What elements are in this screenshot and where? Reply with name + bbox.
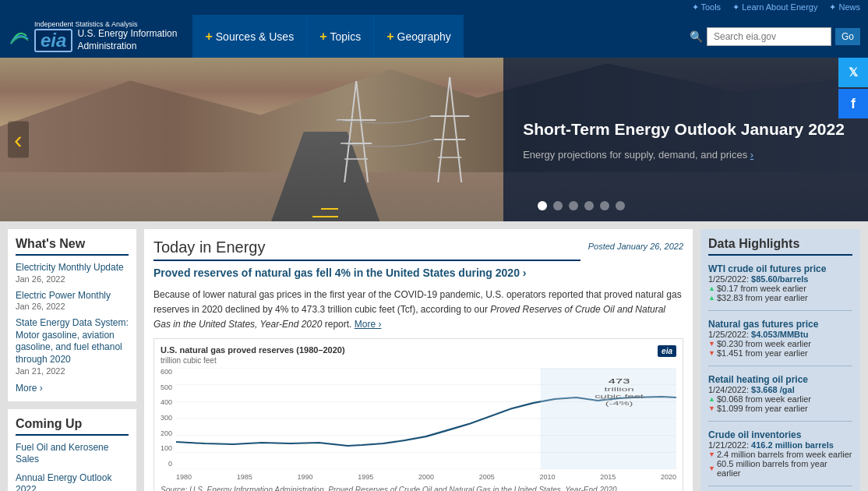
- chart-y-label-0: 0: [168, 460, 172, 468]
- chart-y-label-500: 500: [161, 383, 172, 391]
- dh-natgas-label[interactable]: Natural gas futures price: [708, 319, 852, 330]
- whats-new-more[interactable]: More ›: [16, 383, 43, 394]
- chart-x-1980: 1980: [176, 473, 192, 481]
- whats-new-item-3: State Energy Data System: Motor gasoline…: [16, 317, 129, 375]
- dh-wti-label[interactable]: WTI crude oil futures price: [708, 263, 852, 274]
- logo: Independent Statistics & Analysis eia U.…: [8, 20, 177, 53]
- whats-new-date-1: Jan 26, 2022: [16, 274, 129, 284]
- svg-text:473: 473: [609, 377, 630, 385]
- svg-line-0: [344, 81, 356, 182]
- data-highlights-title: Data Highlights: [708, 237, 852, 256]
- search-button[interactable]: Go: [835, 28, 860, 45]
- learn-link[interactable]: ✦ Learn About Energy: [732, 2, 817, 12]
- agency-name: U.S. Energy Information Administration: [77, 28, 177, 52]
- facebook-button[interactable]: f: [838, 89, 868, 118]
- svg-text:(-4%): (-4%): [605, 400, 633, 407]
- chart-y-label-400: 400: [161, 398, 172, 406]
- chart-y-label-200: 200: [161, 429, 172, 437]
- chart-x-2015: 2015: [600, 473, 616, 481]
- whats-new-link-2[interactable]: Electric Power Monthly: [16, 290, 129, 302]
- coming-up-link-2[interactable]: Annual Energy Outlook 2022: [16, 472, 129, 491]
- whats-new-link-1[interactable]: Electricity Monthly Update: [16, 262, 129, 274]
- chart-x-1990: 1990: [298, 473, 313, 481]
- topics-nav[interactable]: + Topics: [307, 15, 374, 58]
- hero-dot-3[interactable]: [569, 201, 578, 210]
- svg-line-6: [450, 77, 461, 182]
- eia-logo: eia: [34, 29, 72, 52]
- dh-crude-inv-change-2: ▼60.5 million barrels from year earlier: [708, 459, 852, 478]
- whats-new-date-3: Jan 21, 2022: [16, 366, 129, 376]
- dh-wti-crude: WTI crude oil futures price 1/25/2022: $…: [708, 263, 852, 311]
- dh-wti-change-1: ▲$0.17 from week earlier: [708, 284, 852, 293]
- today-body-text: Because of lower natural gas prices in t…: [153, 288, 683, 333]
- today-energy-section: Today in Energy Posted January 26, 2022 …: [144, 229, 693, 491]
- hero-dot-1[interactable]: [538, 201, 547, 210]
- chart-x-2010: 2010: [539, 473, 555, 481]
- hero-dot-5[interactable]: [600, 201, 609, 210]
- hero-dot-6[interactable]: [616, 201, 625, 210]
- whats-new-link-3[interactable]: State Energy Data System: Motor gasoline…: [16, 317, 129, 366]
- coming-up-item-2: Annual Energy Outlook 2022: [16, 472, 129, 491]
- today-posted-date: Posted January 26, 2022: [588, 242, 683, 251]
- chart-source-text: Source: U.S. Energy Information Administ…: [161, 485, 676, 491]
- agency-tagline: Independent Statistics & Analysis: [34, 20, 177, 29]
- sources-uses-nav[interactable]: + Sources & Uses: [192, 15, 307, 58]
- today-headline-link[interactable]: Proved reserves of natural gas fell 4% i…: [153, 266, 683, 281]
- dh-heating-change-2: ▼$1.099 from year earlier: [708, 404, 852, 413]
- chart-x-1985: 1985: [237, 473, 252, 481]
- geography-nav[interactable]: + Geography: [374, 15, 464, 58]
- dh-heating-label[interactable]: Retail heating oil price: [708, 374, 852, 385]
- hero-title: Short-Term Energy Outlook January 2022: [523, 118, 849, 140]
- dh-heating-oil: Retail heating oil price 1/24/2022: $3.6…: [708, 374, 852, 422]
- svg-line-5: [438, 77, 450, 182]
- sidebar: What's New Electricity Monthly Update Ja…: [8, 229, 136, 491]
- dh-crude-inv-label[interactable]: Crude oil inventories: [708, 429, 852, 440]
- whats-new-title: What's New: [16, 237, 129, 256]
- dh-wti-change-2: ▲$32.83 from year earlier: [708, 293, 852, 302]
- tools-link[interactable]: ✦ Tools: [692, 2, 722, 12]
- hero-prev-button[interactable]: ‹: [8, 122, 29, 158]
- whats-new-date-2: Jan 26, 2022: [16, 302, 129, 311]
- chart-logo-badge: eia: [658, 345, 676, 357]
- dh-natgas-change-2: ▼$1.451 from year earlier: [708, 348, 852, 358]
- hero-link[interactable]: ›: [750, 149, 753, 161]
- chart-title: U.S. natural gas proved reserves (1980–2…: [161, 345, 345, 355]
- chart-x-2005: 2005: [479, 473, 495, 481]
- search-input[interactable]: [707, 27, 831, 46]
- dh-natgas: Natural gas futures price 1/25/2022: $4.…: [708, 319, 852, 366]
- today-more-link[interactable]: More ›: [355, 319, 382, 330]
- coming-up-item-1: Fuel Oil and Kerosene Sales: [16, 442, 129, 466]
- chart-x-2000: 2000: [418, 473, 434, 481]
- whats-new-item-2: Electric Power Monthly Jan 26, 2022: [16, 290, 129, 312]
- chart-y-label-100: 100: [161, 444, 172, 452]
- hero-subtitle: Energy projections for supply, demand, a…: [523, 149, 849, 161]
- chart-container: U.S. natural gas proved reserves (1980–2…: [153, 338, 683, 491]
- today-energy-title: Today in Energy: [153, 238, 580, 261]
- search-icon: 🔍: [690, 30, 703, 43]
- chart-y-label-600: 600: [161, 368, 172, 376]
- chart-x-1995: 1995: [358, 473, 373, 481]
- coming-up-title: Coming Up: [16, 417, 129, 436]
- chart-subtitle: trillion cubic feet: [161, 356, 345, 365]
- hero-dot-4[interactable]: [584, 201, 594, 210]
- hero-dot-2[interactable]: [553, 201, 563, 210]
- chart-svg: 473 trillion cubic feet (-4%): [176, 368, 676, 469]
- dh-crude-inv: Crude oil inventories 1/21/2022: 416.2 m…: [708, 429, 852, 486]
- dh-crude-inv-change-1: ▼2.4 million barrels from week earlier: [708, 450, 852, 459]
- svg-line-1: [356, 81, 368, 182]
- whats-new-item-1: Electricity Monthly Update Jan 26, 2022: [16, 262, 129, 284]
- twitter-button[interactable]: 𝕏: [838, 58, 868, 87]
- hero-section: Short-Term Energy Outlook January 2022 E…: [0, 58, 868, 221]
- dh-heating-change-1: ▲$0.068 from week earlier: [708, 394, 852, 404]
- coming-up-link-1[interactable]: Fuel Oil and Kerosene Sales: [16, 442, 129, 466]
- data-highlights-section: Data Highlights WTI crude oil futures pr…: [700, 229, 860, 491]
- chart-x-2020: 2020: [661, 473, 676, 481]
- dh-natgas-change-1: ▼$0.230 from week earlier: [708, 339, 852, 348]
- news-link[interactable]: ✦ News: [829, 2, 860, 12]
- chart-y-label-300: 300: [161, 414, 172, 422]
